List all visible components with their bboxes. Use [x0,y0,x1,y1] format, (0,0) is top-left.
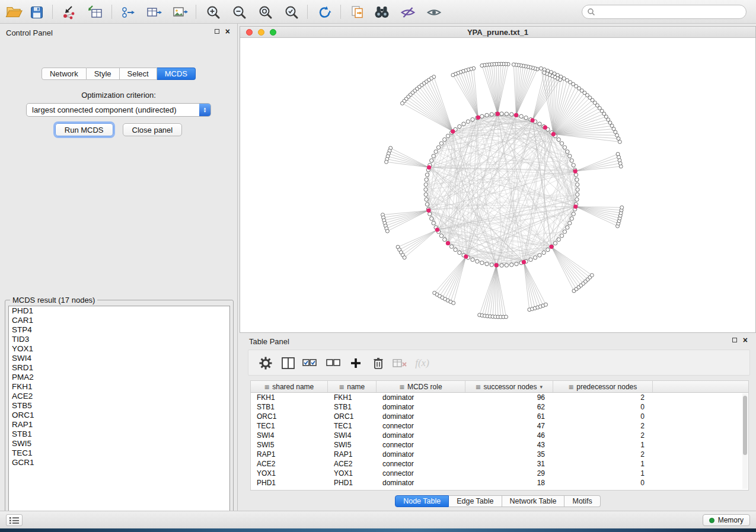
import-table-icon[interactable] [85,4,104,20]
table-cell[interactable]: 2 [553,450,653,459]
result-node-item[interactable]: STB1 [9,430,229,439]
column-header-shared-name[interactable]: ▦shared name [251,381,328,392]
first-neighbors-icon[interactable] [372,4,391,20]
table-row[interactable]: ORC1ORC1dominator610 [251,412,748,421]
task-history-icon[interactable] [6,514,23,526]
table-cell[interactable]: ACE2 [251,459,328,469]
network-canvas[interactable] [240,38,755,332]
table-row[interactable]: SWI5SWI5connector431 [251,440,748,450]
tab-network-table[interactable]: Network Table [502,495,565,507]
result-node-item[interactable]: FKH1 [9,382,229,392]
table-cell[interactable]: 2 [553,393,653,402]
table-cell[interactable]: 1 [553,459,653,469]
table-row[interactable]: STB1STB1dominator620 [251,402,748,412]
refresh-icon[interactable] [315,4,334,20]
column-header-successor-nodes[interactable]: ▦successor nodes▾ [465,381,553,392]
result-node-item[interactable]: SWI5 [9,439,229,448]
tab-select[interactable]: Select [120,68,157,80]
table-cell[interactable]: 2 [553,421,653,431]
deselect-all-icon[interactable] [324,355,342,371]
show-columns-icon[interactable] [279,355,297,371]
table-row[interactable]: TEC1TEC1connector472 [251,421,748,431]
close-panel-icon[interactable]: × [225,28,230,34]
table-cell[interactable]: 46 [465,431,553,440]
result-node-item[interactable]: STP4 [9,325,229,335]
table-cell[interactable]: YOX1 [328,469,377,478]
export-table-icon[interactable] [145,4,164,20]
table-row[interactable]: PHD1PHD1dominator180 [251,478,748,488]
run-mcds-button[interactable]: Run MCDS [55,123,113,136]
tab-edge-table[interactable]: Edge Table [449,495,502,507]
hide-selected-icon[interactable] [398,4,417,20]
table-cell[interactable]: 96 [465,393,553,402]
clear-table-icon[interactable] [391,355,409,371]
export-image-icon[interactable] [171,4,190,20]
result-node-item[interactable]: PHD1 [9,306,229,316]
table-cell[interactable]: SWI5 [251,440,328,450]
close-panel-button[interactable]: Close panel [123,123,183,136]
result-node-item[interactable]: STB5 [9,401,229,411]
zoom-in-icon[interactable] [204,4,223,20]
table-cell[interactable]: 0 [553,402,653,412]
table-cell[interactable]: ORC1 [251,412,328,421]
table-cell[interactable]: connector [377,459,465,469]
table-cell[interactable]: 31 [465,459,553,469]
delete-column-icon[interactable] [369,355,387,371]
table-cell[interactable]: 2 [553,431,653,440]
table-cell[interactable]: connector [377,440,465,450]
float-panel-icon[interactable] [215,29,219,34]
function-builder-icon[interactable]: f(x) [413,355,431,371]
table-cell[interactable]: STB1 [328,402,377,412]
search-input[interactable] [595,8,746,16]
minimize-window-icon[interactable] [258,29,264,36]
column-header-predecessor-nodes[interactable]: ▦predecessor nodes [553,381,653,392]
memory-button[interactable]: Memory [703,514,750,526]
maximize-window-icon[interactable] [270,29,276,36]
table-row[interactable]: SWI4SWI4dominator462 [251,431,748,440]
table-row[interactable]: RAP1RAP1dominator352 [251,450,748,459]
open-file-icon[interactable] [5,4,24,20]
table-cell[interactable]: PHD1 [251,478,328,488]
table-cell[interactable]: STB1 [251,402,328,412]
result-node-item[interactable]: ACE2 [9,392,229,401]
result-node-item[interactable]: GCR1 [9,458,229,467]
tab-network[interactable]: Network [42,68,87,80]
table-cell[interactable]: dominator [377,431,465,440]
table-cell[interactable]: 62 [465,402,553,412]
tab-mcds[interactable]: MCDS [157,68,196,80]
table-cell[interactable]: ACE2 [328,459,377,469]
table-cell[interactable]: 29 [465,469,553,478]
table-row[interactable]: ACE2ACE2connector311 [251,459,748,469]
table-cell[interactable]: dominator [377,478,465,488]
table-cell[interactable]: PHD1 [328,478,377,488]
table-cell[interactable]: connector [377,421,465,431]
result-node-item[interactable]: SRD1 [9,363,229,373]
close-window-icon[interactable] [246,29,253,36]
table-cell[interactable]: dominator [377,402,465,412]
result-node-item[interactable]: YOX1 [9,344,229,354]
table-scrollbar-thumb[interactable] [743,396,747,455]
table-cell[interactable]: 1 [553,440,653,450]
zoom-fit-icon[interactable] [256,4,275,20]
table-cell[interactable]: 35 [465,450,553,459]
float-table-panel-icon[interactable] [732,338,737,342]
result-node-item[interactable]: PMA2 [9,373,229,382]
copy-share-icon[interactable] [349,4,368,20]
table-cell[interactable]: dominator [377,450,465,459]
table-row[interactable]: YOX1YOX1connector291 [251,469,748,478]
table-row[interactable]: FKH1FKH1dominator962 [251,393,748,402]
table-cell[interactable]: ORC1 [328,412,377,421]
zoom-out-icon[interactable] [230,4,249,20]
result-node-item[interactable]: TEC1 [9,448,229,458]
tab-node-table[interactable]: Node Table [395,495,449,507]
table-cell[interactable]: 0 [553,412,653,421]
criterion-dropdown[interactable]: largest connected component (undirected)… [26,103,211,117]
import-network-icon[interactable] [59,4,78,20]
table-settings-gear-icon[interactable] [257,355,275,371]
table-cell[interactable]: 0 [553,478,653,488]
close-table-panel-icon[interactable]: × [743,337,748,343]
result-node-item[interactable]: TID3 [9,335,229,344]
table-cell[interactable]: 47 [465,421,553,431]
show-all-icon[interactable] [425,4,444,20]
table-cell[interactable]: TEC1 [251,421,328,431]
